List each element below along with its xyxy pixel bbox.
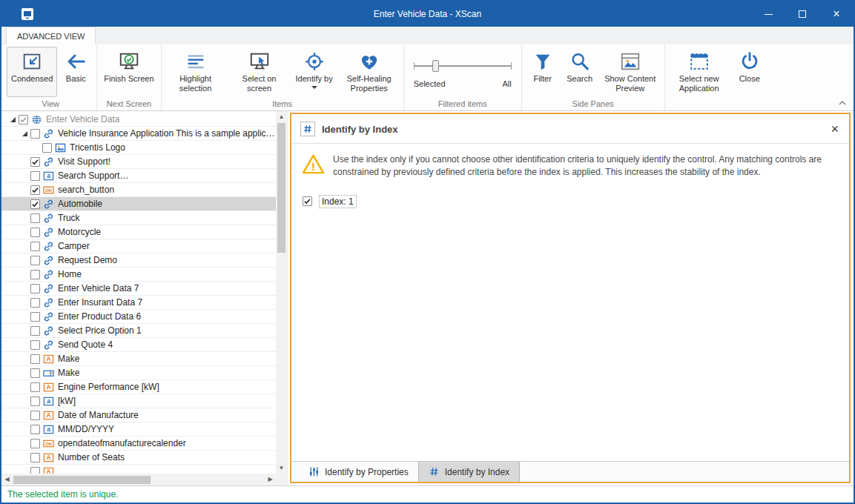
tree-item-checkbox[interactable] [30,185,40,195]
tree-item-search-support[interactable]: aSearch Support… [1,169,276,183]
identify-by-index-pane: Identify by Index × ! Use the index only… [290,113,851,483]
tree-horizontal-scrollbar[interactable]: ◀ ▶ [1,474,276,485]
tree-item-opendateofmanufacturecalender[interactable]: OKopendateofmanufacturecalender [1,437,276,451]
tree-item-checkbox[interactable] [30,425,40,434]
tree-item-checkbox[interactable] [42,143,52,153]
tree-item-search-button[interactable]: OKsearch_button [1,183,276,197]
tree-item-checkbox[interactable] [30,382,40,392]
tree-item-checkbox[interactable] [30,340,40,350]
ribbon-button-basic[interactable]: Basic [57,47,94,97]
ribbon-button-show-content-preview[interactable]: Show Content Preview [598,47,662,97]
ribbon-button-select-new-application[interactable]: Select new Application [667,47,731,97]
tree-item-make[interactable]: Make [1,366,276,380]
tree-item-checkbox[interactable] [30,171,40,181]
scrollbar-thumb[interactable] [13,476,151,484]
tree-item-checkbox[interactable] [30,368,40,378]
maximize-icon [799,10,806,18]
tree-item-send-quote-4[interactable]: Send Quote 4 [1,338,276,352]
tree-item-row-25[interactable]: A [1,465,276,474]
tree-item-truck[interactable]: Truck [1,211,276,225]
maximize-button[interactable] [785,1,819,27]
minimize-button[interactable] [751,1,785,27]
ribbon-button-select-on-screen[interactable]: Select on screen [228,47,291,97]
tab-identify-by-index[interactable]: Identify by Index [418,462,520,482]
filtered-items-slider[interactable]: SelectedAll [406,47,519,97]
tree-item-checkbox[interactable] [30,439,40,448]
expander-spacer [19,213,30,223]
tree-item-visit-support[interactable]: Visit Support! [1,155,276,169]
expander-icon[interactable] [7,114,18,125]
tree-item-automobile[interactable]: Automobile [1,197,276,211]
scroll-down-icon[interactable]: ▼ [276,462,287,474]
tree-item-enter-vehicle-data-7[interactable]: Enter Vehicle Data 7 [1,282,276,296]
ribbon-button-close[interactable]: Close [731,47,768,97]
scroll-up-icon[interactable]: ▲ [276,111,287,122]
expander-spacer [19,424,30,434]
tree-item-request-demo[interactable]: Request Demo [1,253,276,268]
ribbon-button-filter[interactable]: Filter [524,47,561,97]
pane-close-button[interactable]: × [831,122,839,136]
tree-item-select-price-option-1[interactable]: Select Price Option 1 [1,324,276,338]
window-title: Enter Vehicle Data - XScan [1,9,854,19]
slider-handle[interactable] [432,60,439,72]
close-button[interactable]: × [819,1,854,27]
tree-item-checkbox[interactable] [30,270,40,279]
tab-advanced-view[interactable]: ADVANCED VIEW [6,27,96,44]
tree-item-kw[interactable]: a[kW] [1,394,276,408]
tab-identify-by-properties[interactable]: Identify by Properties [299,462,418,482]
tree-item-checkbox[interactable] [30,312,40,322]
scroll-right-icon[interactable]: ▶ [265,474,276,485]
ribbon-button-search[interactable]: Search [561,47,598,97]
identify-by-icon [303,50,326,73]
tree-item-checkbox[interactable] [30,411,40,420]
tree-item-checkbox[interactable] [30,354,40,364]
ribbon-button-identify-by[interactable]: Identify by [291,47,337,97]
tree-item-mm-dd-yyyy[interactable]: aMM/DD/YYYY [1,422,276,437]
tree-item-checkbox[interactable] [30,397,40,406]
tree-item-checkbox[interactable] [30,129,40,139]
scroll-left-icon[interactable]: ◀ [1,474,13,485]
tree-item-checkbox[interactable] [30,326,40,336]
tree-vertical-scrollbar[interactable]: ▲ ▼ [276,111,287,474]
tree-item-home[interactable]: Home [1,268,276,282]
tree-item-checkbox[interactable] [30,157,40,167]
tree-item-enter-product-data-6[interactable]: Enter Product Data 6 [1,310,276,324]
tree-item-engine-performance-kw[interactable]: AEngine Performance [kW] [1,380,276,394]
tree-item-tricentis-logo[interactable]: Tricentis Logo [1,141,276,155]
tree-item-label: search_button [58,185,114,195]
link-icon [43,128,54,139]
tree-item-checkbox[interactable] [30,298,40,308]
tree-item-enter-insurant-data-7[interactable]: Enter Insurant Data 7 [1,296,276,310]
ribbon-button-finish-screen[interactable]: Finish Screen [99,47,158,97]
slider-track [414,65,512,67]
collapse-ribbon-button[interactable] [839,97,846,107]
tree-item-motorcycle[interactable]: Motorcycle [1,225,276,239]
image-icon [55,142,66,153]
ribbon-button-highlight-selection[interactable]: Highlight selection [164,47,228,97]
tree-item-enter-vehicle-data[interactable]: Enter Vehicle Data [1,113,276,127]
warning-text: Use the index only if you cannot choose … [333,153,837,179]
tree-item-label: Automobile [58,199,102,209]
ribbon-button-condensed[interactable]: Condensed [7,47,57,97]
tree-item-vehicle-insurance-application-this-is-a-sample-application-v[interactable]: Vehicle Insurance Application This is a … [1,127,276,141]
index-checkbox-row[interactable]: Index: 1 [303,195,849,208]
index-checkbox[interactable] [303,196,312,206]
tree-item-checkbox[interactable] [30,256,40,265]
expander-icon[interactable] [19,128,30,139]
tree-item-checkbox[interactable] [30,213,40,223]
tree-item-checkbox[interactable] [30,199,40,209]
tree-item-make[interactable]: AMake [1,352,276,366]
tree-item-checkbox[interactable] [30,228,40,237]
tree-item-checkbox[interactable] [30,284,40,294]
ribbon-button-self-healing-properties[interactable]: Self-Healing Properties [337,47,401,97]
tree-item-date-of-manufacture[interactable]: ADate of Manufacture [1,408,276,422]
tree-item-camper[interactable]: Camper [1,239,276,253]
tree-item-checkbox[interactable] [30,467,40,474]
tree-item-number-of-seats[interactable]: ANumber of Seats [1,451,276,465]
tree-item-checkbox[interactable] [30,453,40,462]
ribbon-group-filtered-items: SelectedAllFiltered items [404,44,522,110]
tree-item-checkbox[interactable] [30,242,40,251]
tree-item-checkbox[interactable] [19,115,28,125]
scrollbar-thumb[interactable] [277,123,285,253]
expander-spacer [19,170,30,181]
